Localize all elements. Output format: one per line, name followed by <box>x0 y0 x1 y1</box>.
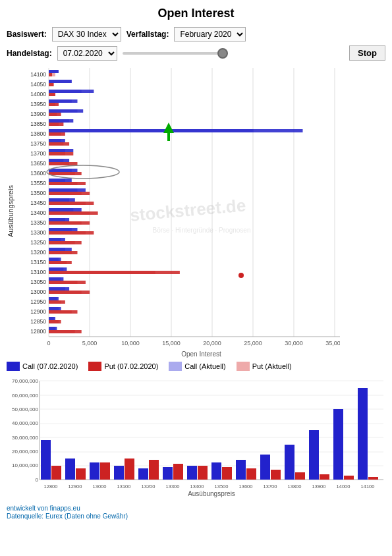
svg-text:10,000,000: 10,000,000 <box>12 462 39 468</box>
svg-text:13200: 13200 <box>142 484 155 489</box>
svg-text:stockstreet.de: stockstreet.de <box>129 195 246 225</box>
svg-text:50,000,000: 50,000,000 <box>12 406 39 412</box>
handelstag-select[interactable]: 07.02.2020 <box>57 46 117 61</box>
svg-rect-95 <box>49 211 98 215</box>
basiswert-select[interactable]: DAX 30 Index <box>52 27 121 42</box>
svg-text:5,000: 5,000 <box>82 340 98 347</box>
verfallstag-label: Verfallstag: <box>126 30 169 39</box>
svg-text:13600: 13600 <box>30 170 46 177</box>
stop-button[interactable]: Stop <box>349 45 385 61</box>
footer: entwickelt von finapps.eu Datenquelle: E… <box>0 501 392 523</box>
legend-put-hist-label: Put (07.02.2020) <box>104 362 158 370</box>
svg-rect-38 <box>49 103 59 106</box>
svg-rect-155 <box>49 327 57 330</box>
svg-text:30,000: 30,000 <box>285 340 303 347</box>
svg-rect-201 <box>246 468 256 480</box>
svg-text:20,000: 20,000 <box>203 340 221 347</box>
svg-rect-176 <box>41 440 51 480</box>
svg-text:30,000,000: 30,000,000 <box>12 435 39 441</box>
svg-text:13300: 13300 <box>166 484 180 489</box>
svg-text:10,000: 10,000 <box>121 340 140 347</box>
svg-rect-189 <box>149 460 159 480</box>
svg-text:13900: 13900 <box>30 111 46 117</box>
svg-text:14000: 14000 <box>30 91 46 97</box>
date-slider[interactable] <box>123 52 344 55</box>
footer-line1: entwickelt von finapps.eu <box>7 505 385 512</box>
svg-text:13150: 13150 <box>30 259 46 265</box>
svg-rect-53 <box>49 132 65 136</box>
svg-rect-180 <box>76 468 86 480</box>
verfallstag-select[interactable]: February 2020 <box>174 27 246 42</box>
svg-rect-130 <box>49 277 63 281</box>
svg-rect-79 <box>49 179 72 182</box>
footer-line2: Datenquelle: Eurex (Daten ohne Gewähr) <box>7 513 385 520</box>
svg-rect-90 <box>49 202 94 205</box>
svg-rect-140 <box>49 297 59 300</box>
svg-text:12800: 12800 <box>30 328 46 335</box>
svg-rect-192 <box>173 464 183 480</box>
svg-rect-28 <box>49 83 54 86</box>
svg-marker-54 <box>163 123 174 141</box>
main-chart-area: Ausübungspreis <box>0 65 392 358</box>
svg-text:13850: 13850 <box>30 121 46 127</box>
bottom-chart-area: 0 10,000,000 20,000,000 30,000,000 40,00… <box>0 375 392 501</box>
svg-text:13400: 13400 <box>190 484 204 489</box>
svg-rect-156 <box>49 330 82 333</box>
svg-point-126 <box>238 273 244 278</box>
svg-rect-69 <box>49 162 78 165</box>
svg-rect-183 <box>100 462 110 480</box>
svg-text:13350: 13350 <box>30 219 46 226</box>
svg-rect-215 <box>358 388 368 480</box>
svg-text:13000: 13000 <box>93 484 107 489</box>
svg-rect-207 <box>295 472 305 480</box>
svg-rect-64 <box>49 152 73 155</box>
svg-rect-32 <box>49 90 94 93</box>
svg-text:14100: 14100 <box>30 71 46 78</box>
svg-text:13400: 13400 <box>30 209 46 216</box>
svg-rect-119 <box>49 258 61 261</box>
svg-rect-186 <box>125 459 134 480</box>
svg-rect-135 <box>49 287 69 291</box>
svg-rect-99 <box>49 218 69 221</box>
svg-rect-33 <box>49 93 55 96</box>
legend-put-hist-color <box>88 362 101 371</box>
svg-rect-185 <box>114 466 124 480</box>
svg-rect-209 <box>309 430 319 480</box>
legend-call-curr-label: Call (Aktuell) <box>184 362 225 370</box>
svg-rect-58 <box>49 139 65 142</box>
svg-rect-43 <box>49 113 61 116</box>
legend-put-curr-label: Put (Aktuell) <box>252 362 292 370</box>
svg-rect-63 <box>49 149 73 152</box>
svg-rect-131 <box>49 281 86 284</box>
svg-rect-114 <box>49 248 72 251</box>
svg-text:13800: 13800 <box>288 484 302 489</box>
svg-text:12950: 12950 <box>30 298 46 305</box>
svg-rect-188 <box>138 468 148 480</box>
svg-text:13900: 13900 <box>312 484 326 489</box>
svg-text:13650: 13650 <box>30 160 46 167</box>
svg-text:13600: 13600 <box>239 484 253 489</box>
handelstag-label: Handelstag: <box>7 49 52 58</box>
legend-call-curr: Call (Aktuell) <box>169 362 225 371</box>
svg-rect-212 <box>333 409 343 480</box>
svg-rect-109 <box>49 238 65 241</box>
svg-rect-73 <box>49 169 78 172</box>
svg-rect-74 <box>49 172 82 175</box>
main-chart-svg: 0 5,000 10,000 15,000 20,000 25,000 30,0… <box>17 65 340 348</box>
svg-rect-195 <box>198 466 208 480</box>
svg-rect-206 <box>285 445 294 480</box>
svg-rect-23 <box>49 73 52 76</box>
svg-rect-141 <box>49 300 65 304</box>
svg-rect-179 <box>65 459 75 480</box>
svg-text:13500: 13500 <box>30 190 46 196</box>
svg-rect-59 <box>49 142 69 146</box>
x-axis-label: Open Interest <box>17 350 385 358</box>
svg-text:13700: 13700 <box>264 484 277 489</box>
svg-text:13950: 13950 <box>30 101 46 107</box>
svg-text:12900: 12900 <box>69 484 82 489</box>
legend-put-curr-color <box>237 362 250 371</box>
svg-rect-104 <box>49 228 78 231</box>
svg-rect-151 <box>49 320 61 323</box>
svg-rect-136 <box>49 291 90 294</box>
svg-text:70,000,000: 70,000,000 <box>12 378 39 384</box>
